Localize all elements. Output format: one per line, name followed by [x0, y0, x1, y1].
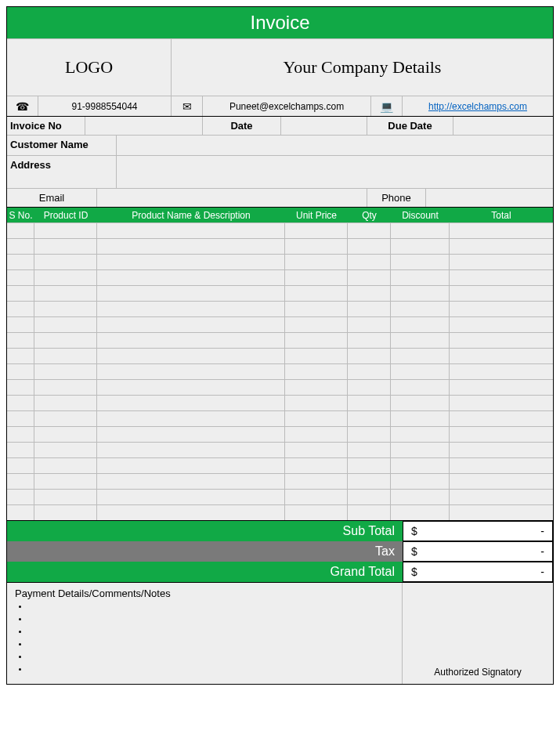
table-cell[interactable] — [348, 286, 391, 301]
table-cell[interactable] — [7, 223, 34, 238]
table-cell[interactable] — [34, 333, 97, 348]
table-cell[interactable] — [391, 302, 450, 316]
table-cell[interactable] — [285, 270, 348, 285]
table-cell[interactable] — [450, 458, 553, 473]
table-cell[interactable] — [391, 255, 450, 269]
table-cell[interactable] — [7, 490, 34, 504]
table-row[interactable] — [7, 395, 553, 410]
table-cell[interactable] — [7, 302, 34, 316]
table-cell[interactable] — [97, 443, 285, 457]
table-cell[interactable] — [391, 380, 450, 395]
table-cell[interactable] — [97, 349, 285, 363]
table-cell[interactable] — [34, 474, 97, 489]
table-cell[interactable] — [34, 270, 97, 285]
table-row[interactable] — [7, 222, 553, 238]
table-cell[interactable] — [391, 349, 450, 363]
date-field[interactable] — [281, 117, 367, 135]
table-row[interactable] — [7, 504, 553, 520]
table-cell[interactable] — [34, 411, 97, 426]
table-cell[interactable] — [348, 505, 391, 520]
table-cell[interactable] — [7, 270, 34, 285]
table-cell[interactable] — [450, 364, 553, 379]
table-cell[interactable] — [285, 364, 348, 379]
table-cell[interactable] — [348, 349, 391, 363]
table-cell[interactable] — [34, 443, 97, 457]
table-cell[interactable] — [450, 349, 553, 363]
table-cell[interactable] — [97, 396, 285, 410]
table-cell[interactable] — [391, 239, 450, 254]
table-cell[interactable] — [285, 239, 348, 254]
table-cell[interactable] — [7, 458, 34, 473]
table-cell[interactable] — [34, 396, 97, 410]
table-cell[interactable] — [348, 317, 391, 332]
table-row[interactable] — [7, 410, 553, 426]
table-cell[interactable] — [285, 317, 348, 332]
customer-name-field[interactable] — [117, 136, 553, 155]
table-cell[interactable] — [450, 380, 553, 395]
website-link[interactable]: http://excelchamps.com — [428, 101, 527, 112]
table-cell[interactable] — [7, 411, 34, 426]
table-cell[interactable] — [450, 396, 553, 410]
table-cell[interactable] — [348, 223, 391, 238]
table-cell[interactable] — [7, 443, 34, 457]
email-field[interactable] — [97, 189, 367, 207]
table-cell[interactable] — [348, 239, 391, 254]
table-cell[interactable] — [450, 427, 553, 442]
table-row[interactable] — [7, 473, 553, 489]
table-cell[interactable] — [34, 255, 97, 269]
table-cell[interactable] — [285, 490, 348, 504]
table-row[interactable] — [7, 316, 553, 332]
table-row[interactable] — [7, 285, 553, 301]
table-cell[interactable] — [34, 458, 97, 473]
table-cell[interactable] — [348, 458, 391, 473]
table-cell[interactable] — [391, 427, 450, 442]
table-cell[interactable] — [391, 223, 450, 238]
table-cell[interactable] — [450, 239, 553, 254]
table-cell[interactable] — [97, 427, 285, 442]
table-cell[interactable] — [97, 317, 285, 332]
table-cell[interactable] — [450, 474, 553, 489]
table-cell[interactable] — [34, 427, 97, 442]
table-cell[interactable] — [450, 286, 553, 301]
table-cell[interactable] — [348, 443, 391, 457]
table-cell[interactable] — [450, 302, 553, 316]
table-cell[interactable] — [97, 364, 285, 379]
table-cell[interactable] — [7, 396, 34, 410]
table-cell[interactable] — [450, 223, 553, 238]
table-row[interactable] — [7, 363, 553, 379]
table-cell[interactable] — [34, 349, 97, 363]
table-cell[interactable] — [391, 443, 450, 457]
table-cell[interactable] — [285, 380, 348, 395]
table-cell[interactable] — [97, 458, 285, 473]
notes-cell[interactable]: Payment Details/Comments/Notes — [7, 583, 403, 684]
table-row[interactable] — [7, 348, 553, 363]
table-cell[interactable] — [34, 364, 97, 379]
table-cell[interactable] — [348, 474, 391, 489]
table-cell[interactable] — [97, 333, 285, 348]
table-row[interactable] — [7, 489, 553, 504]
table-cell[interactable] — [7, 255, 34, 269]
table-cell[interactable] — [391, 458, 450, 473]
table-cell[interactable] — [285, 458, 348, 473]
table-cell[interactable] — [97, 286, 285, 301]
table-cell[interactable] — [348, 490, 391, 504]
table-cell[interactable] — [391, 411, 450, 426]
table-cell[interactable] — [348, 333, 391, 348]
table-cell[interactable] — [7, 286, 34, 301]
table-row[interactable] — [7, 238, 553, 254]
table-cell[interactable] — [391, 490, 450, 504]
table-cell[interactable] — [7, 474, 34, 489]
table-cell[interactable] — [7, 380, 34, 395]
table-row[interactable] — [7, 301, 553, 316]
table-cell[interactable] — [348, 396, 391, 410]
table-cell[interactable] — [34, 286, 97, 301]
table-cell[interactable] — [7, 333, 34, 348]
table-row[interactable] — [7, 426, 553, 442]
table-row[interactable] — [7, 254, 553, 269]
table-cell[interactable] — [285, 411, 348, 426]
table-cell[interactable] — [450, 255, 553, 269]
table-cell[interactable] — [450, 317, 553, 332]
table-cell[interactable] — [7, 427, 34, 442]
table-cell[interactable] — [348, 427, 391, 442]
table-cell[interactable] — [348, 380, 391, 395]
